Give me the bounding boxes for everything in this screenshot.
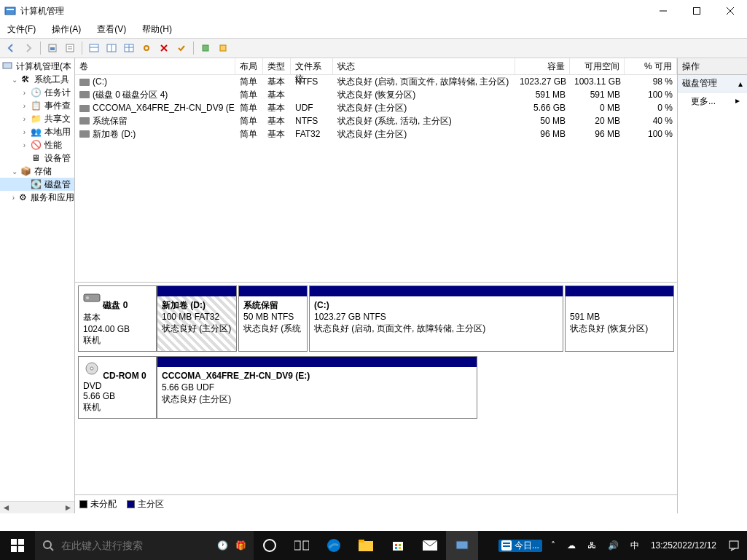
close-button[interactable] xyxy=(713,0,747,22)
clock[interactable]: 13:25 2022/12/12 xyxy=(648,540,719,551)
table-cell: 20 MB xyxy=(570,116,625,126)
partition[interactable]: (C:)1023.27 GB NTFS状态良好 (启动, 页面文件, 故障转储,… xyxy=(309,285,563,352)
action2-icon[interactable] xyxy=(215,40,231,56)
back-button[interactable] xyxy=(3,40,19,56)
expand-icon[interactable]: › xyxy=(20,115,28,123)
col-capacity[interactable]: 容量 xyxy=(515,58,570,74)
disk-info: 磁盘 0 基本 1024.00 GB 联机 xyxy=(78,285,157,352)
nav-tree[interactable]: 计算机管理(本 ⌄🛠系统工具 ›🕒任务计 ›📋事件查 ›📁共享文 ›👥本地用 ›… xyxy=(0,58,74,205)
table-row[interactable]: 系统保留简单基本NTFS状态良好 (系统, 活动, 主分区)50 MB20 MB… xyxy=(75,114,677,127)
check-icon[interactable] xyxy=(173,40,189,56)
edge-icon[interactable] xyxy=(318,531,350,560)
up-button[interactable] xyxy=(44,40,60,56)
tree-task-scheduler[interactable]: ›🕒任务计 xyxy=(0,86,74,99)
scroll-right-icon[interactable]: ► xyxy=(62,502,74,514)
tree-performance[interactable]: ›🚫性能 xyxy=(0,138,74,151)
action1-icon[interactable] xyxy=(197,40,214,56)
disk-block[interactable]: 磁盘 0 基本 1024.00 GB 联机 新加卷 (D:)100 MB FAT… xyxy=(78,285,674,352)
compmgmt-taskbar-icon[interactable] xyxy=(446,531,478,560)
disk-block[interactable]: CD-ROM 0 DVD 5.66 GB 联机 CCCOMA_X64FRE_ZH… xyxy=(78,356,674,419)
expand-icon[interactable]: ⌄ xyxy=(10,76,18,84)
table-row[interactable]: 新加卷 (D:)简单基本FAT32状态良好 (主分区)96 MB96 MB100… xyxy=(75,127,677,141)
notifications-icon[interactable] xyxy=(725,540,743,551)
table-cell: 50 MB xyxy=(515,116,570,126)
partition[interactable]: 系统保留50 MB NTFS状态良好 (系统 xyxy=(238,285,308,352)
col-layout[interactable]: 布局 xyxy=(235,58,263,74)
view3-button[interactable] xyxy=(121,40,137,56)
table-cell: 基本 xyxy=(263,102,291,114)
start-button[interactable] xyxy=(0,531,35,560)
search-box[interactable]: 🕐 🎁 xyxy=(35,531,254,560)
onedrive-icon[interactable]: ☁ xyxy=(564,540,579,551)
menu-help[interactable]: 帮助(H) xyxy=(139,22,175,37)
forward-button[interactable] xyxy=(20,40,36,56)
store-icon[interactable] xyxy=(382,531,414,560)
table-row[interactable]: (C:)简单基本NTFS状态良好 (启动, 页面文件, 故障转储, 主分区)10… xyxy=(75,75,677,88)
view1-button[interactable] xyxy=(86,40,102,56)
expand-icon[interactable]: › xyxy=(20,128,28,136)
mail-icon[interactable] xyxy=(414,531,446,560)
part-size: 100 MB FAT32 xyxy=(162,312,219,322)
partition[interactable]: 新加卷 (D:)100 MB FAT32状态良好 (主分区) xyxy=(157,285,237,352)
disk-title: 磁盘 0 xyxy=(103,300,128,310)
table-cell: 0 % xyxy=(625,103,677,113)
menu-view[interactable]: 查看(V) xyxy=(94,22,129,37)
tree-system-tools[interactable]: ⌄🛠系统工具 xyxy=(0,73,74,86)
search-input[interactable] xyxy=(61,540,210,551)
taskview-icon[interactable] xyxy=(286,531,318,560)
table-row[interactable]: CCCOMA_X64FRE_ZH-CN_DV9 (E:)简单基本UDF状态良好 … xyxy=(75,101,677,114)
collapse-icon[interactable]: ▴ xyxy=(738,79,743,89)
explorer-icon[interactable] xyxy=(350,531,382,560)
partition[interactable]: CCCOMA_X64FRE_ZH-CN_DV9 (E:)5.66 GB UDF状… xyxy=(157,356,477,419)
volume-icon[interactable]: 🔊 xyxy=(605,540,622,551)
tray-expand-icon[interactable]: ˄ xyxy=(548,540,558,551)
gift-icon[interactable]: 🎁 xyxy=(235,540,246,551)
properties-button[interactable] xyxy=(62,40,78,56)
minimize-button[interactable] xyxy=(646,0,680,22)
table-cell: 1003.11 GB xyxy=(570,76,625,87)
chevron-right-icon: ▸ xyxy=(735,95,740,106)
ime-indicator[interactable]: 中 xyxy=(627,540,642,552)
expand-icon[interactable]: › xyxy=(20,102,28,110)
tree-device-manager[interactable]: 🖥设备管 xyxy=(0,151,74,165)
tree-event-viewer[interactable]: ›📋事件查 xyxy=(0,99,74,112)
svg-rect-0 xyxy=(5,7,15,15)
expand-icon[interactable]: ⌄ xyxy=(10,167,18,176)
settings-icon[interactable] xyxy=(138,40,155,56)
disk-type: 基本 xyxy=(83,312,101,323)
part-status: 状态良好 (主分区) xyxy=(162,394,231,404)
delete-icon[interactable] xyxy=(156,40,172,56)
clock-widget-icon[interactable]: 🕐 xyxy=(217,540,228,551)
scroll-left-icon[interactable]: ◄ xyxy=(0,502,12,514)
menu-file[interactable]: 文件(F) xyxy=(4,22,39,37)
expand-icon[interactable]: › xyxy=(20,141,28,149)
menu-action[interactable]: 操作(A) xyxy=(49,22,84,37)
tree-disk-management[interactable]: 💽磁盘管 xyxy=(0,178,74,191)
actions-section[interactable]: 磁盘管理 ▴ xyxy=(678,75,747,92)
col-status[interactable]: 状态 xyxy=(333,58,515,74)
col-type[interactable]: 类型 xyxy=(263,58,291,74)
tree-hscrollbar[interactable]: ◄ ► xyxy=(0,501,74,513)
partition[interactable]: 591 MB状态良好 (恢复分区) xyxy=(565,285,674,352)
svg-point-34 xyxy=(264,540,275,551)
tree-services[interactable]: ›⚙服务和应用 xyxy=(0,191,74,204)
network-icon[interactable]: 🖧 xyxy=(584,540,599,551)
tree-shared-folders[interactable]: ›📁共享文 xyxy=(0,112,74,125)
cortana-icon[interactable] xyxy=(254,531,286,560)
action-more[interactable]: 更多... ▸ xyxy=(678,92,747,111)
news-widget[interactable]: 今日... xyxy=(498,540,542,552)
view2-button[interactable] xyxy=(103,40,120,56)
part-title: CCCOMA_X64FRE_ZH-CN_DV9 (E:) xyxy=(162,371,310,381)
tree-local-users[interactable]: ›👥本地用 xyxy=(0,125,74,138)
maximize-button[interactable] xyxy=(680,0,713,22)
expand-icon[interactable]: › xyxy=(10,194,17,202)
disk-size: 1024.00 GB xyxy=(83,324,130,334)
col-pct[interactable]: % 可用 xyxy=(625,58,677,74)
col-volume[interactable]: 卷 xyxy=(75,58,235,74)
expand-icon[interactable]: › xyxy=(20,89,28,97)
tree-storage[interactable]: ⌄📦存储 xyxy=(0,165,74,178)
tree-root[interactable]: 计算机管理(本 xyxy=(0,60,74,73)
table-row[interactable]: (磁盘 0 磁盘分区 4)简单基本状态良好 (恢复分区)591 MB591 MB… xyxy=(75,88,677,101)
col-free[interactable]: 可用空间 xyxy=(570,58,625,74)
col-fs[interactable]: 文件系统 xyxy=(291,58,333,74)
